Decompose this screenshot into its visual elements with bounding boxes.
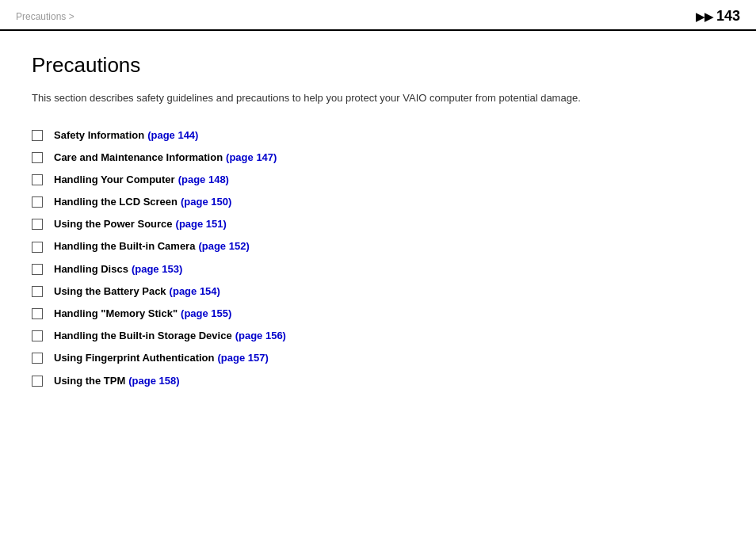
- item-link[interactable]: (page 157): [217, 351, 268, 365]
- list-item: Using the Battery Pack(page 154): [32, 284, 724, 299]
- checkbox-icon: [32, 308, 43, 319]
- list-item: Handling Discs(page 153): [32, 262, 724, 277]
- item-label: Safety Information: [54, 128, 144, 143]
- item-link[interactable]: (page 151): [176, 217, 227, 231]
- item-label: Using the Battery Pack: [54, 284, 166, 299]
- item-link[interactable]: (page 150): [181, 195, 231, 209]
- checkbox-icon: [32, 219, 43, 230]
- list-item: Handling "Memory Stick"(page 155): [32, 307, 724, 321]
- checkbox-icon: [32, 174, 43, 185]
- checkbox-icon: [32, 196, 43, 208]
- page-title: Precautions: [32, 53, 724, 78]
- list-item: Using the TPM(page 158): [32, 374, 724, 388]
- checkbox-icon: [32, 353, 43, 364]
- checkbox-icon: [32, 286, 43, 297]
- list-item: Handling the LCD Screen(page 150): [32, 195, 724, 209]
- item-label: Using the TPM: [54, 374, 125, 388]
- list-item: Handling the Built-in Camera(page 152): [32, 239, 724, 254]
- breadcrumb: Precautions >: [16, 11, 74, 22]
- item-label: Care and Maintenance Information: [54, 151, 223, 165]
- item-label: Handling "Memory Stick": [54, 307, 178, 321]
- checkbox-icon: [32, 242, 43, 253]
- page-number-container: ▶▶ 143: [696, 8, 740, 25]
- intro-text: This section describes safety guidelines…: [32, 90, 724, 106]
- item-link[interactable]: (page 153): [132, 262, 182, 277]
- page-arrow: ▶▶: [696, 10, 713, 23]
- item-label: Handling the LCD Screen: [54, 195, 178, 209]
- item-link[interactable]: (page 156): [235, 329, 286, 343]
- page-number: 143: [716, 8, 740, 25]
- item-link[interactable]: (page 158): [128, 374, 179, 388]
- item-link[interactable]: (page 148): [178, 173, 229, 187]
- checkbox-icon: [32, 264, 43, 275]
- checkbox-icon: [32, 376, 43, 387]
- item-label: Handling Your Computer: [54, 173, 175, 187]
- item-link[interactable]: (page 154): [170, 284, 220, 299]
- list-item: Safety Information(page 144): [32, 128, 724, 143]
- top-bar: Precautions > ▶▶ 143: [0, 0, 756, 31]
- list-item: Using the Power Source(page 151): [32, 217, 724, 231]
- item-label: Using the Power Source: [54, 217, 173, 231]
- item-label: Handling Discs: [54, 262, 128, 277]
- list-item: Handling Your Computer(page 148): [32, 173, 724, 187]
- checkbox-icon: [32, 152, 43, 163]
- item-label: Handling the Built-in Camera: [54, 239, 195, 254]
- item-label: Using Fingerprint Authentication: [54, 351, 214, 365]
- item-link[interactable]: (page 152): [198, 239, 249, 254]
- toc-list: Safety Information(page 144)Care and Mai…: [32, 128, 724, 388]
- list-item: Using Fingerprint Authentication(page 15…: [32, 351, 724, 365]
- checkbox-icon: [32, 130, 43, 141]
- content-area: Precautions This section describes safet…: [0, 31, 756, 412]
- item-label: Handling the Built-in Storage Device: [54, 329, 232, 343]
- item-link[interactable]: (page 155): [181, 307, 231, 321]
- item-link[interactable]: (page 144): [147, 128, 198, 143]
- list-item: Care and Maintenance Information(page 14…: [32, 151, 724, 165]
- list-item: Handling the Built-in Storage Device(pag…: [32, 329, 724, 343]
- checkbox-icon: [32, 330, 43, 341]
- item-link[interactable]: (page 147): [226, 151, 277, 165]
